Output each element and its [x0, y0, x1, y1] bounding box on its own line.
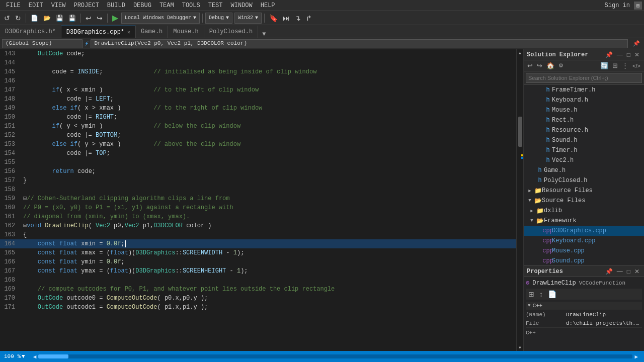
sol-search-input[interactable] [526, 73, 642, 83]
toolbar-step-in-btn[interactable]: ↴ [293, 13, 303, 23]
tree-item-resource-h[interactable]: h Resource.h [524, 125, 644, 135]
code-toolbar-pin[interactable]: 📌 [631, 39, 642, 48]
function-dropdown[interactable]: DrawLineClip(Vec2 p0, Vec2 p1, D3DCOLOR … [91, 39, 628, 48]
sol-pin-btn[interactable]: 📌 [604, 51, 614, 59]
line-num-165: 165 [0, 248, 19, 257]
config-dropdown[interactable]: Debug ▼ [205, 13, 232, 24]
props-close-btn[interactable]: ✕ [633, 267, 641, 276]
toolbar-run-btn[interactable]: ▶ [110, 12, 120, 24]
tree-item-polyclosed-h[interactable]: h PolyClosed.h [524, 175, 644, 186]
toolbar-back-btn[interactable]: ↺ [2, 13, 12, 23]
tree-item-dxlib[interactable]: ▶ 📁 dxlib [524, 206, 644, 216]
tree-label-resource: Resource.h [552, 127, 588, 134]
tree-item-game-h[interactable]: h Game.h [524, 165, 644, 175]
hscroll-left[interactable]: ◀ [33, 353, 37, 360]
tree-item-d3dgraphics-cpp[interactable]: cpp D3DGraphics.cpp [524, 226, 644, 236]
tree-item-resource-files[interactable]: ▶ 📁 Resource Files [524, 186, 644, 196]
menu-build[interactable]: BUILD [103, 0, 129, 11]
tab-d3dgraphics-h[interactable]: D3DGraphics.h* [0, 26, 61, 38]
scroll-thumb[interactable] [518, 117, 522, 147]
sol-code-btn[interactable]: </> [631, 62, 642, 69]
sign-in-button[interactable]: Sign in [605, 2, 630, 9]
scroll-up-btn[interactable]: ▲ [517, 49, 523, 56]
line-num-164: 164 [0, 239, 19, 248]
props-page-btn[interactable]: 📄 [546, 290, 558, 299]
toolbar-forward-btn[interactable]: ↻ [13, 13, 23, 23]
scroll-down-btn[interactable]: ▼ [517, 344, 523, 351]
tab-mouse-h[interactable]: Mouse.h [168, 26, 204, 38]
hscroll-thumb[interactable] [38, 354, 68, 358]
sol-settings-btn[interactable]: ⚙ [557, 62, 565, 69]
line-num-143: 143 [0, 49, 19, 58]
line-content-166: const float ymin = 0.0f; [19, 257, 125, 266]
menu-project[interactable]: PROJECT [69, 0, 103, 11]
toolbar-bookmark-btn[interactable]: 🔖 [267, 13, 280, 23]
tab-label-d3dcpp: D3DGraphics.cpp* [66, 29, 124, 36]
toolbar-new-btn[interactable]: 📄 [29, 14, 40, 23]
hscroll-right[interactable]: ▶ [634, 353, 638, 360]
sol-forward-btn[interactable]: ↪ [535, 61, 544, 70]
sol-filter-btn[interactable]: ⊞ [611, 61, 619, 70]
tree-item-sound-cpp[interactable]: cpp Sound.cpp [524, 256, 644, 265]
hscroll-track[interactable] [38, 354, 632, 358]
vertical-scrollbar[interactable]: ▲ ▼ [516, 49, 523, 351]
tree-item-timer-h[interactable]: h Timer.h [524, 145, 644, 155]
line-content-153: else if( y > ymax ) // above the clip wi… [19, 140, 240, 149]
tree-item-sound-h[interactable]: h Sound.h [524, 135, 644, 145]
tab-game-h[interactable]: Game.h [136, 26, 168, 38]
tree-item-keyboard-cpp[interactable]: cpp Keyboard.cpp [524, 236, 644, 246]
line-num-155: 155 [0, 158, 19, 167]
props-sort-btn[interactable]: ↕ [538, 290, 544, 299]
sol-back-btn[interactable]: ↩ [526, 61, 534, 70]
tree-item-vec2-h[interactable]: h Vec2.h [524, 155, 644, 165]
tree-item-mouse-cpp[interactable]: cpp Mouse.cpp [524, 246, 644, 256]
platform-dropdown[interactable]: Win32 ▼ [234, 13, 262, 24]
scroll-track[interactable] [517, 56, 523, 344]
sol-home-btn[interactable]: 🏠 [545, 61, 556, 70]
props-section-cpp[interactable]: ▼ C++ [526, 302, 642, 310]
sol-explorer-header: Solution Explorer 📌 — □ ✕ [524, 49, 644, 60]
menu-debug[interactable]: DEBUG [129, 0, 155, 11]
toolbar-open-btn[interactable]: 📂 [41, 14, 53, 23]
toolbar-saveall-btn[interactable]: 💾 [66, 14, 78, 23]
tab-polyclosed-h[interactable]: PolyClosed.h [204, 26, 258, 38]
tree-item-frametimer-h[interactable]: h FrameTimer.h [524, 85, 644, 95]
props-grid-btn[interactable]: ⊞ [527, 290, 536, 299]
menu-test[interactable]: TEST [204, 0, 227, 11]
tree-item-rect-h[interactable]: h Rect.h [524, 115, 644, 125]
zoom-control[interactable]: 100 % ▼ [4, 353, 25, 359]
menu-window[interactable]: WINDOW [227, 0, 257, 11]
scope-dropdown[interactable]: (Global Scope) [2, 39, 83, 48]
sol-sync-btn[interactable]: 🔄 [599, 61, 610, 70]
menu-team[interactable]: TEAM [155, 0, 178, 11]
tree-item-framework[interactable]: ▼ 📂 Framework [524, 216, 644, 226]
menu-help[interactable]: HELP [257, 0, 279, 11]
props-pin-btn[interactable]: 📌 [604, 267, 614, 276]
menu-view[interactable]: VIEW [47, 0, 70, 11]
toolbar-undo-btn[interactable]: ↩ [84, 13, 94, 23]
code-line-161: 161 // diagonal from (xmin, ymin) to (xm… [0, 212, 516, 221]
tree-icon-sound: h [544, 137, 552, 144]
sol-extra-btn[interactable]: ⋮ [620, 61, 630, 70]
menu-file[interactable]: FILE [2, 0, 25, 11]
line-num-169: 169 [0, 285, 19, 294]
debugger-dropdown[interactable]: Local Windows Debugger ▼ [121, 13, 200, 24]
sol-maximize-btn[interactable]: □ [625, 51, 632, 59]
menu-edit[interactable]: EDIT [25, 0, 47, 11]
line-content-156: return code; [19, 167, 96, 176]
tree-item-keyboard-h[interactable]: h Keyboard.h [524, 95, 644, 105]
props-maximize-btn[interactable]: □ [625, 267, 632, 276]
tree-item-mouse-h[interactable]: h Mouse.h [524, 105, 644, 115]
tab-close-d3dcpp[interactable]: ✕ [127, 29, 130, 35]
toolbar-step-out-btn[interactable]: ↱ [304, 13, 314, 23]
props-minimize-btn[interactable]: — [615, 267, 624, 276]
tree-item-source-files[interactable]: ▼ 📂 Source Files [524, 196, 644, 206]
toolbar-save-btn[interactable]: 💾 [54, 14, 65, 23]
tab-d3dgraphics-cpp[interactable]: D3DGraphics.cpp* ✕ [61, 26, 136, 38]
sol-minimize-btn[interactable]: — [615, 51, 624, 59]
menu-tools[interactable]: TOOLS [178, 0, 204, 11]
toolbar-step-over-btn[interactable]: ⏭ [281, 13, 292, 23]
toolbar-redo-btn[interactable]: ↪ [95, 13, 105, 23]
tabs-overflow-btn[interactable]: ▼ [258, 31, 270, 38]
sol-close-btn[interactable]: ✕ [633, 51, 641, 59]
